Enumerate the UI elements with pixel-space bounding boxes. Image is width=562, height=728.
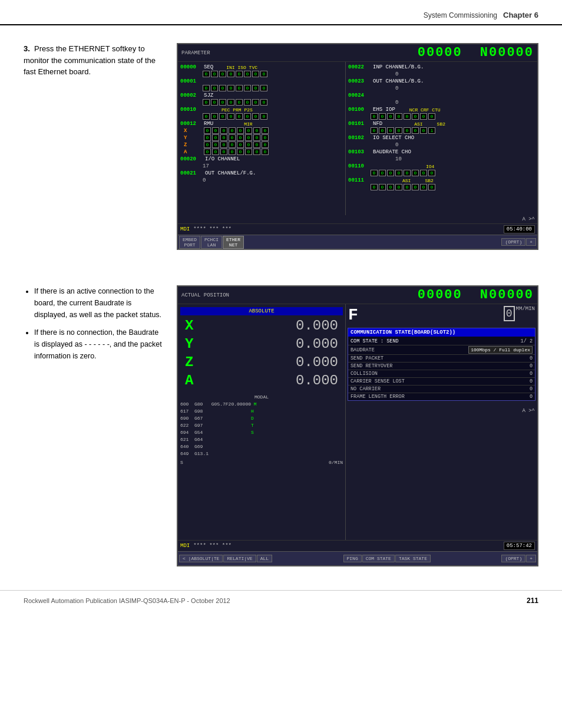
modal-title: MODAL <box>180 394 343 400</box>
rp-00102-val: 0 <box>395 142 398 148</box>
axis-y-row: Y 0.000 <box>180 335 343 353</box>
mm-min-zero: 0 <box>504 306 515 321</box>
page-footer: Rockwell Automation Publication IASIMP-Q… <box>0 590 562 611</box>
param-00021-num: 00021 <box>180 170 203 176</box>
screen1-btn-embed[interactable]: EMBEDPORT <box>179 236 200 249</box>
axis-a-val: 0.000 <box>203 373 338 388</box>
screen2-coord: 00000 <box>418 288 462 302</box>
screen1-a-prompt: A >^ <box>522 216 535 222</box>
rp-00023-label: OUT CHANNEL/B.G. <box>373 78 424 84</box>
param-00020-label: I/O CHANNEL <box>205 156 240 162</box>
screen2-n: N00000 <box>480 288 534 302</box>
rp-00101-num: 00101 <box>348 121 371 127</box>
header-text: System Commissioning Chapter 6 <box>424 11 538 19</box>
no-carrier-val: 0 <box>530 386 533 392</box>
send-retryover-label: SEND RETRYOVER <box>351 363 392 369</box>
rp-00103-val: 10 <box>395 156 402 162</box>
rp-00103-num: 00103 <box>348 149 371 155</box>
screen2-btn-absolut[interactable]: < |ABSOLUT|TE <box>179 555 223 562</box>
param-00010-pec: PEC PRM P2S <box>222 107 253 113</box>
screen2-btn-com-state[interactable]: COM STATE <box>362 555 395 562</box>
param-00000-ini: INI ISO TVC <box>226 65 257 70</box>
axis-z: Z <box>185 354 203 370</box>
screen1-title: PARAMETER <box>181 50 210 56</box>
screen2-left-panel: ABSOLUTE X 0.000 Y 0.000 <box>178 304 346 540</box>
axis-y-label: Y <box>180 135 203 141</box>
screen1-left-panel: 00000 SEQ INI ISO TVC 00000000 00001 000… <box>178 62 346 215</box>
rp-00100-ncr: NCR CRF CTU <box>409 107 441 113</box>
screen2-btn-ping[interactable]: PING <box>343 555 362 562</box>
s-label: S <box>180 460 183 465</box>
param-00001-num: 00001 <box>180 78 203 84</box>
rp-00024-val: 0 <box>395 100 398 106</box>
rp-00022-val: 0 <box>395 71 398 77</box>
rp-00110-io4: IO4 <box>426 164 434 169</box>
screen2-btn-all[interactable]: ALL <box>257 555 272 562</box>
param-00002-label: SJZ <box>204 93 213 98</box>
screen2-btn-relati[interactable]: RELATI|VE <box>223 555 256 562</box>
comm-state-send: COM STATE : SEND <box>351 338 399 344</box>
comm-page: 1/ 2 <box>521 338 533 344</box>
step-description: Press the ETHERNET softkey to monitor th… <box>24 44 156 76</box>
screen1-btn-plus[interactable]: + <box>526 238 536 246</box>
screen2-mdi: MDI <box>180 543 190 549</box>
footer-text: Rockwell Automation Publication IASIMP-Q… <box>24 597 230 604</box>
rp-00111-sb2: SB2 <box>425 178 433 183</box>
screen1-mdi: MDI <box>180 226 190 232</box>
screen2-mdi-stars: **** *** *** <box>193 543 232 549</box>
modal-row-5: 694 G54 S <box>180 429 343 436</box>
step-number: 3. <box>24 44 30 53</box>
rp-00111-num: 00111 <box>348 177 371 183</box>
pos-title: ABSOLUTE <box>180 307 343 315</box>
right-column: PARAMETER 00000 N00000 00000 SEQ INI ISO… <box>177 43 538 262</box>
screen1-mdi-stars: **** *** *** <box>193 226 232 232</box>
axis-x-val: 0.000 <box>203 318 338 334</box>
axis-z-label: Z <box>180 142 203 148</box>
screen2-btn-task-state[interactable]: TASK STATE <box>395 555 431 562</box>
frame-length-val: 0 <box>530 394 533 400</box>
screen1-btn-oprt[interactable]: (OPRT) <box>501 238 525 246</box>
param-00012-label: RMU <box>204 121 213 127</box>
bullets-col: If there is an active connection to the … <box>24 285 165 572</box>
modal-row-8: 649 G13.1 <box>180 450 343 457</box>
rp-00102-num: 00102 <box>348 135 371 141</box>
param-00002-num: 00002 <box>180 93 203 98</box>
screen2-btn-oprt[interactable]: (OPRT) <box>501 555 525 562</box>
rp-00101-sb2: SB2 <box>437 121 445 127</box>
screen2-body: ABSOLUTE X 0.000 Y 0.000 <box>178 304 537 540</box>
bullet-2: If there is no connection, the Baudrate … <box>34 327 165 362</box>
param-00021-label: OUT CHANNEL/F.G. <box>205 170 256 176</box>
axis-z-row: Z 0.000 <box>180 353 343 371</box>
collision-val: 0 <box>530 371 533 377</box>
rp-00022-label: INP CHANNEL/B.G. <box>373 64 424 70</box>
rp-00101-label: NFD <box>373 121 382 127</box>
rp-00022-num: 00022 <box>348 64 371 70</box>
main-content: 3. Press the ETHERNET softkey to monitor… <box>0 25 562 274</box>
screen2-title: ACTUAL POSITION <box>181 292 229 298</box>
send-retryover-val: 0 <box>530 363 533 369</box>
axis-a: A <box>185 373 203 388</box>
collision-label: COLLISION <box>351 371 378 377</box>
screen1-right-panel: 00022 INP CHANNEL/B.G. 0 00023 OUT CHANN… <box>346 62 537 215</box>
rp-00111-asi: ASI <box>402 178 411 183</box>
screen1-btn-pchci[interactable]: PCHCILAN <box>201 236 222 249</box>
screen2-btn-plus[interactable]: + <box>526 555 536 562</box>
step3-text: 3. Press the ETHERNET softkey to monitor… <box>24 43 165 78</box>
cnc-screen-2: ACTUAL POSITION 00000 N00000 ABSOLUTE X … <box>177 285 538 566</box>
rp-00023-val: 0 <box>395 85 398 91</box>
carrier-sense-label: CARRIER SENSE LOST <box>351 378 405 384</box>
param-00010-num: 00010 <box>180 107 203 113</box>
axis-a-row: A 0.000 <box>180 371 343 390</box>
param-00021-value: 0 <box>203 177 206 183</box>
param-00020-value: 17 <box>203 163 209 169</box>
screen1-btn-ether[interactable]: ETHERNET <box>223 236 244 249</box>
rp-00110-num: 00110 <box>348 163 371 169</box>
param-00012-mir: MIR <box>244 121 252 127</box>
screen1-n: N00000 <box>480 45 534 60</box>
baudrate-label: BAUDRATE <box>351 347 375 353</box>
axis-a-label: A <box>180 149 203 155</box>
baudrate-value: 100Mbps / Full duplex <box>468 346 533 354</box>
param-00020-num: 00020 <box>180 156 203 162</box>
axis-x-row: X 0.000 <box>180 317 343 335</box>
rp-00024-num: 00024 <box>348 93 371 98</box>
